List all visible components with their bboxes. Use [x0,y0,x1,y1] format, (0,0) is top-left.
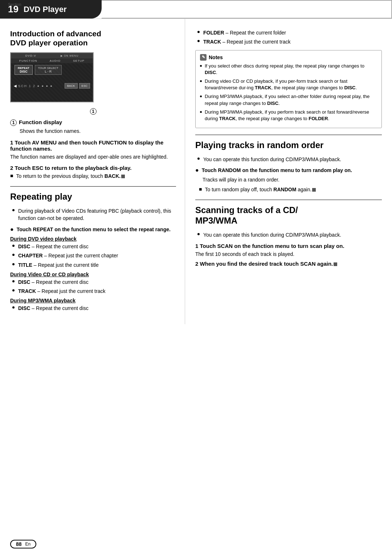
scan-step1-heading: 1 Touch SCAN on the function menu to tur… [195,243,382,249]
function-display-section: 1 Function display Shows the function na… [10,119,176,135]
random-step: ● Touch RANDOM on the function menu to t… [195,167,382,174]
step1-text: The function names are displayed and ope… [10,153,176,160]
random-heading: Playing tracks in random order [195,140,382,151]
notes-title: ✎ Notes [200,54,377,61]
header-right-box [102,0,392,19]
section-divider-1 [10,186,176,187]
dvd-chapter-item: CHAPTER – Repeat just the current chapte… [10,252,176,259]
function-display-label: Function display [19,119,62,125]
repeating-play-heading: Repeating play [10,192,176,202]
section-divider-3 [195,200,382,200]
right-column: FOLDER – Repeat the current folder TRACK… [185,19,392,324]
step2-bullet: ■ To return to the previous display, tou… [10,172,176,180]
section-label: Section [8,2,21,7]
repeating-pbc-note: During playback of Video CDs featuring P… [10,207,176,222]
section-divider-2 [195,135,382,135]
section-title: DVD Player [24,5,67,14]
scanning-heading: Scanning tracks of a CD/ MP3/WMA [195,205,382,226]
scan-step2-heading: 2 When you find the desired track touch … [195,261,382,267]
note-3: During MP3/WMA playback, if you select a… [200,93,377,106]
mp3-heading: During MP3/WMA playback [10,298,176,303]
repeat-range-item: ● Touch REPEAT on the function menu to s… [10,226,176,233]
dvd-figure-number: 1 [10,108,176,115]
note-1: If you select other discs during repeat … [200,63,377,76]
dvd-video-heading: During DVD video playback [10,236,176,242]
mp3-disc-item: DISC – Repeat the current disc [10,305,176,312]
vcd-heading: During Video CD or CD playback [10,272,176,277]
vcd-track-item: TRACK – Repeat just the current track [10,287,176,295]
random-step-text: Tracks will play in a random order. [195,176,382,183]
step1-heading: 1 Touch AV MENU and then touch FUNCTION … [10,139,176,152]
random-off: ■ To turn random play off, touch RANDOM … [195,186,382,193]
folder-item: FOLDER – Repeat the current folder [195,29,382,36]
random-bullet: You can operate this function during CD/… [195,156,382,163]
vcd-disc-item: DISC – Repeat the current disc [10,278,176,286]
note-4: During MP3/WMA playback, if you perform … [200,109,377,122]
dvd-disc-item: DISC – Repeat the current disc [10,243,176,250]
step2-heading: 2 Touch ESC to return to the playback di… [10,165,176,171]
track-item: TRACK – Repeat just the current track [195,38,382,45]
function-display-text: Shows the function names. [10,127,176,135]
dvd-screen-image: DVD-V ▶ ON MENU FUNCTION AUDIO SETUP REP… [10,52,94,102]
notes-icon: ✎ [200,54,207,61]
note-2: During video CD or CD playback, if you p… [200,78,377,91]
notes-box: ✎ Notes If you select other discs during… [195,50,382,128]
scan-step1-text: The first 10 seconds of each track is pl… [195,250,382,258]
scanning-bullet: You can operate this function during CD/… [195,231,382,238]
function-circle-1: 1 [10,119,17,126]
dvd-title-item: TITLE – Repeat just the current title [10,261,176,269]
intro-heading: Introduction of advanced DVD player oper… [10,29,176,47]
page-number: 88 En [10,540,36,548]
left-column: Introduction of advanced DVD player oper… [0,19,185,324]
